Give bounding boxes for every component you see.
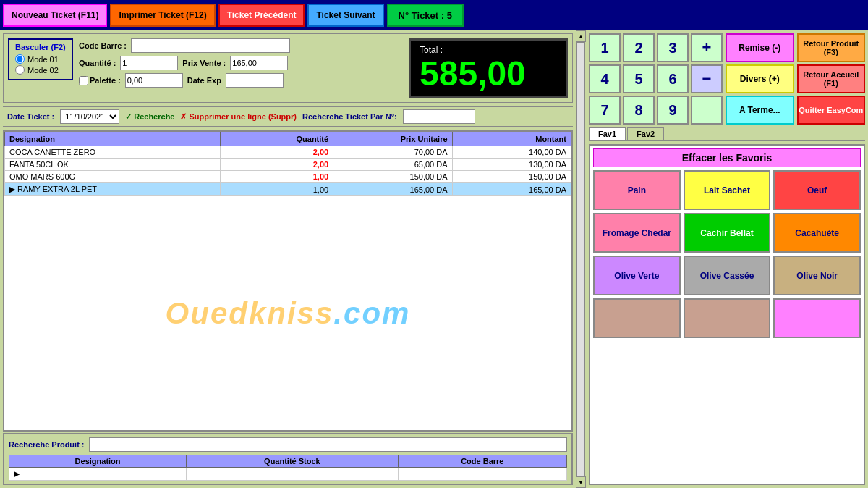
bottom-col-stock: Quantité Stock [187, 455, 399, 468]
recherche-produit-input[interactable] [89, 437, 567, 452]
fav-btn-fromage-chedar[interactable]: Fromage Chedar [593, 213, 681, 253]
fav-tab-2[interactable]: Fav2 [627, 127, 664, 140]
numpad-5[interactable]: 5 [623, 64, 655, 93]
fav-btn-pain[interactable]: Pain [593, 170, 681, 210]
fav-btn-[interactable] [684, 298, 771, 338]
fav-tab-1[interactable]: Fav1 [589, 127, 626, 140]
main-area: Basculer (F2) Mode 01 Mode 02 Code Barre… [0, 30, 868, 488]
date-exp-input[interactable] [226, 73, 284, 88]
quitter-button[interactable]: Quitter EasyCom [797, 96, 866, 125]
fav-title[interactable]: Effacer les Favoris [593, 148, 861, 167]
numpad-4[interactable]: 4 [589, 64, 621, 93]
palette-checkbox-area: Palette : [79, 76, 121, 85]
watermark-dotcom: .com [333, 296, 410, 330]
quantite-label: Quantité : [79, 59, 116, 67]
mode02-radio[interactable] [15, 65, 25, 75]
nouveau-ticket-button[interactable]: Nouveau Ticket (F11) [3, 4, 107, 27]
cell-quantite: 2,00 [220, 146, 333, 159]
scroll-down-btn[interactable]: ▼ [576, 476, 586, 488]
retour-produit-button[interactable]: Retour Produit (F3) [797, 33, 866, 62]
recherche-label: Recherche [134, 112, 174, 121]
col-header-quantite: Quantité [220, 132, 333, 146]
fav-btn-cachir-bellat[interactable]: Cachir Bellat [684, 213, 771, 253]
watermark-area: Ouedkniss.com [4, 196, 571, 430]
remise-button[interactable]: Remise (-) [726, 33, 794, 62]
bottom-table-row: ▶ [9, 468, 567, 481]
toolbar: Nouveau Ticket (F11) Imprimer Ticket (F1… [0, 0, 868, 30]
total-value: 585,00 [420, 56, 557, 91]
palette-label: Palette : [90, 76, 121, 85]
basculer-label: Basculer (F2) [15, 43, 66, 51]
bottom-col-code-barre: Code Barre [398, 455, 566, 468]
scroll-track [576, 42, 585, 476]
recherche-ticket-input[interactable] [403, 109, 475, 124]
quantite-prix-row: Quantité : Prix Vente : [79, 56, 403, 70]
bottom-search-row: Recherche Produit : [9, 437, 567, 452]
cell-prix: 150,00 DA [333, 171, 452, 183]
cell-montant: 165,00 DA [452, 183, 571, 196]
numpad-plus[interactable]: + [691, 33, 723, 62]
cell-prix: 165,00 DA [333, 183, 452, 196]
ticket-precedent-button[interactable]: Ticket Précédent [218, 4, 305, 27]
watermark-text: Ouedkniss.com [166, 296, 411, 331]
divers-button[interactable]: Divers (+) [726, 64, 794, 93]
imprimer-ticket-button[interactable]: Imprimer Ticket (F12) [110, 4, 215, 27]
action-buttons: Remise (-) Divers (+) A Terme... [726, 33, 794, 125]
fav-grid: PainLait SachetOeufFromage ChedarCachir … [593, 170, 861, 338]
numpad-8[interactable]: 8 [623, 96, 655, 125]
a-terme-button[interactable]: A Terme... [726, 96, 794, 125]
items-table-wrapper: Designation Quantité Prix Unitaire Monta… [3, 130, 573, 432]
fav-btn-oeuf[interactable]: Oeuf [773, 170, 861, 210]
search-bar: Date Ticket : 11/10/2021 ✓ Recherche ✗ S… [3, 106, 573, 127]
recherche-button[interactable]: ✓ Recherche [125, 112, 174, 122]
prix-vente-input[interactable] [230, 56, 288, 70]
fav-btn-olive-verte[interactable]: Olive Verte [593, 256, 681, 295]
col-header-designation: Designation [5, 132, 221, 146]
palette-checkbox[interactable] [79, 76, 88, 85]
fav-btn-olive-noir[interactable]: Olive Noir [773, 256, 861, 295]
numpad-empty[interactable] [691, 96, 723, 125]
cell-quantite: 1,00 [220, 183, 333, 196]
supprimer-button[interactable]: ✗ Supprimer une ligne (Suppr) [180, 112, 297, 122]
code-barre-input[interactable] [131, 38, 290, 53]
table-row[interactable]: COCA CANETTE ZERO2,0070,00 DA140,00 DA [5, 146, 571, 159]
bottom-col-designation: Designation [9, 455, 187, 468]
cell-designation: FANTA 50CL OK [5, 159, 221, 171]
col-header-montant: Montant [452, 132, 571, 146]
palette-input[interactable] [125, 73, 183, 88]
date-ticket-select[interactable]: 11/10/2021 [60, 109, 119, 124]
ticket-suivant-button[interactable]: Ticket Suivant [307, 4, 383, 27]
right-panel: 1 2 3 + 4 5 6 − 7 8 9 Remise (-) Divers … [586, 30, 868, 488]
cell-designation: COCA CANETTE ZERO [5, 146, 221, 159]
ticket-number: N° Ticket : 5 [387, 4, 464, 27]
table-row[interactable]: OMO MARS 600G1,00150,00 DA150,00 DA [5, 171, 571, 183]
scroll-up-btn[interactable]: ▲ [576, 30, 586, 42]
bottom-cell-stock [187, 468, 399, 481]
numpad-1[interactable]: 1 [589, 33, 621, 62]
quantite-input[interactable] [120, 56, 178, 70]
numpad-3[interactable]: 3 [657, 33, 689, 62]
table-row[interactable]: ▶ RAMY EXTRA 2L PET1,00165,00 DA165,00 D… [5, 183, 571, 196]
fav-btn-olive-cassée[interactable]: Olive Cassée [684, 256, 771, 295]
numpad-7[interactable]: 7 [589, 96, 621, 125]
supprimer-label: Supprimer une ligne (Suppr) [189, 112, 297, 121]
fav-btn-[interactable] [593, 298, 681, 338]
numpad-minus[interactable]: − [691, 64, 723, 93]
numpad-6[interactable]: 6 [657, 64, 689, 93]
fav-btn-[interactable] [773, 298, 861, 338]
date-exp-label: Date Exp [187, 76, 221, 85]
checkmark-icon: ✓ [125, 112, 132, 122]
date-ticket-label: Date Ticket : [7, 112, 54, 121]
numpad-9[interactable]: 9 [657, 96, 689, 125]
mode01-radio[interactable] [15, 54, 25, 64]
fav-area: Effacer les Favoris PainLait SachetOeufF… [589, 144, 865, 485]
cell-prix: 70,00 DA [333, 146, 452, 159]
fav-btn-lait-sachet[interactable]: Lait Sachet [684, 170, 771, 210]
palette-dateexp-row: Palette : Date Exp [79, 73, 403, 88]
bottom-cell-codebarre [398, 468, 566, 481]
code-barre-label: Code Barre : [79, 41, 127, 50]
fav-btn-cacahuète[interactable]: Cacahuète [773, 213, 861, 253]
table-row[interactable]: FANTA 50CL OK2,0065,00 DA130,00 DA [5, 159, 571, 171]
retour-accueil-button[interactable]: Retour Accueil (F1) [797, 64, 866, 93]
numpad-2[interactable]: 2 [623, 33, 655, 62]
